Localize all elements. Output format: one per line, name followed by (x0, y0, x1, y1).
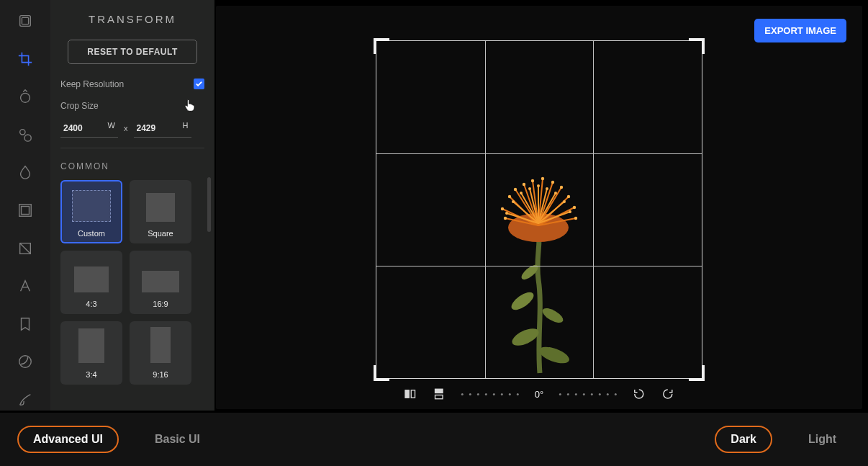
theme-dark[interactable]: Dark (715, 426, 772, 453)
divider (60, 148, 204, 148)
keep-resolution-checkbox[interactable] (194, 79, 204, 89)
preset-16-9[interactable]: 16:9 (130, 251, 191, 314)
svg-point-4 (24, 135, 31, 141)
keep-resolution-label: Keep Resolution (60, 79, 124, 89)
frame-icon[interactable] (12, 200, 39, 222)
svg-rect-1 (22, 18, 28, 24)
preset-3-4[interactable]: 3:4 (60, 321, 122, 385)
width-suffix: W (108, 121, 115, 130)
crop-icon[interactable] (12, 48, 39, 71)
export-button[interactable]: EXPORT IMAGE (754, 19, 846, 42)
dim-separator: x (124, 124, 128, 133)
adjust-icon[interactable] (12, 86, 39, 108)
theme-light[interactable]: Light (794, 427, 851, 452)
flip-horizontal-icon[interactable] (404, 387, 417, 400)
text-icon[interactable] (12, 275, 39, 297)
common-section-label: COMMON (60, 161, 204, 171)
crop-handle-br[interactable] (689, 365, 705, 381)
ui-mode-advanced[interactable]: Advanced UI (17, 426, 119, 453)
crop-frame[interactable] (376, 40, 702, 379)
bottom-bar: Advanced UI Basic UI Dark Light (0, 413, 868, 466)
panel-title: TRANSFORM (60, 13, 204, 25)
theme-group: Dark Light (715, 426, 851, 453)
crop-handle-bl[interactable] (374, 365, 389, 381)
crop-size-inputs: W x H (60, 118, 204, 138)
svg-point-2 (21, 94, 30, 103)
svg-rect-57 (405, 390, 409, 398)
flip-vertical-icon[interactable] (433, 387, 446, 400)
rotate-cw-icon[interactable] (661, 387, 674, 400)
svg-point-8 (19, 356, 32, 368)
height-suffix: H (183, 121, 189, 130)
preset-9-16[interactable]: 9:16 (130, 321, 191, 385)
crop-handle-tl[interactable] (374, 38, 389, 54)
svg-rect-59 (435, 389, 443, 393)
filters-icon[interactable] (12, 10, 39, 32)
preset-custom[interactable]: Custom (60, 180, 122, 243)
crop-height-input[interactable] (137, 123, 173, 133)
crop-size-label: Crop Size (60, 101, 204, 111)
rotation-slider-left[interactable] (461, 393, 519, 395)
sidebar-scrollbar[interactable] (207, 177, 211, 232)
sticker-icon[interactable] (12, 351, 39, 373)
crop-handle-tr[interactable] (689, 38, 705, 54)
svg-point-3 (20, 130, 25, 135)
rotation-bar: 0° (404, 387, 674, 400)
rotation-slider-right[interactable] (559, 393, 617, 395)
focus-icon[interactable] (12, 124, 39, 146)
rotation-value: 0° (535, 389, 543, 400)
preset-4-3[interactable]: 4:3 (60, 251, 122, 314)
tool-rail (0, 0, 50, 411)
svg-rect-60 (435, 395, 443, 399)
ui-mode-group: Advanced UI Basic UI (17, 426, 214, 453)
ui-mode-basic[interactable]: Basic UI (140, 427, 214, 452)
brush-icon[interactable] (12, 388, 39, 411)
crop-width-input[interactable] (63, 123, 99, 133)
preset-square[interactable]: Square (130, 180, 191, 243)
rotate-ccw-icon[interactable] (633, 387, 646, 400)
bookmark-icon[interactable] (12, 313, 39, 335)
svg-rect-58 (411, 390, 415, 398)
canvas[interactable]: EXPORT IMAGE (216, 6, 862, 409)
blur-icon[interactable] (12, 161, 39, 184)
svg-rect-6 (22, 207, 30, 215)
transform-panel: TRANSFORM RESET TO DEFAULT Keep Resoluti… (50, 0, 214, 411)
reset-button[interactable]: RESET TO DEFAULT (68, 40, 197, 64)
overlay-icon[interactable] (12, 237, 39, 259)
aspect-preset-grid: Custom Square 4:3 16:9 3:4 9:16 (60, 180, 204, 385)
